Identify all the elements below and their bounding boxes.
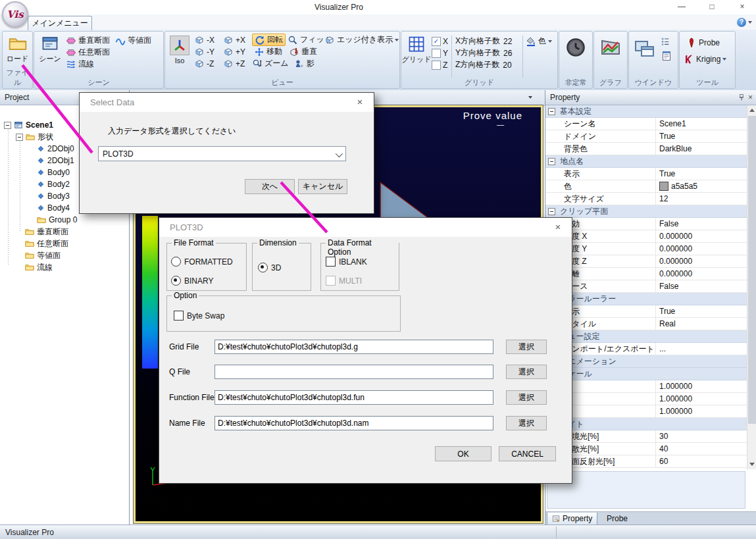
close-panel-icon[interactable]: × — [748, 90, 753, 105]
view-plus-y-button[interactable]: +Y — [223, 46, 245, 57]
property-scrollbar[interactable] — [747, 105, 756, 469]
property-row[interactable]: Z1.000000 — [545, 405, 747, 418]
zoom-button[interactable]: ズーム — [252, 58, 289, 69]
collapse-icon[interactable] — [4, 122, 11, 129]
vertical-section-button[interactable]: 垂直断面 — [66, 35, 110, 46]
name-file-select-button[interactable]: 選択 — [506, 416, 547, 430]
property-row[interactable]: 拡散光[%]40 — [545, 443, 747, 455]
name-file-input[interactable] — [214, 416, 493, 430]
shadow-button[interactable]: 影 — [294, 58, 315, 69]
property-row[interactable]: 表示True — [545, 168, 747, 180]
property-row[interactable]: 角度 X0.000000 — [545, 230, 747, 243]
tree-item-group0[interactable]: Group 0 — [37, 214, 77, 226]
close-icon[interactable]: × — [552, 221, 564, 232]
property-value[interactable]: Real — [655, 318, 747, 330]
property-row[interactable]: スタイルReal — [545, 318, 747, 330]
property-row[interactable]: ドメインTrue — [545, 130, 747, 143]
property-row[interactable]: パースFalse — [545, 280, 747, 293]
next-button[interactable]: 次へ — [245, 179, 295, 194]
scrollbar-thumb[interactable] — [748, 116, 756, 424]
scroll-down-icon[interactable] — [749, 463, 755, 466]
cancel-button[interactable]: キャンセル — [298, 179, 347, 194]
property-value[interactable]: 0.000000 — [655, 268, 747, 280]
collapse-icon[interactable] — [548, 208, 555, 215]
view-minus-z-button[interactable]: -Z — [194, 58, 214, 69]
property-row[interactable]: 文字サイズ12 — [545, 193, 747, 205]
cancel-button[interactable]: CANCEL — [499, 446, 556, 461]
ok-button[interactable]: OK — [435, 446, 491, 461]
property-value[interactable]: Scene1 — [655, 118, 747, 130]
tree-item-2dobj1[interactable]: 2DObj1 — [37, 155, 74, 167]
graph-button[interactable] — [600, 37, 621, 58]
property-row[interactable]: 角度 Z0.000000 — [545, 255, 747, 268]
grid-z-checkbox[interactable]: Z — [432, 59, 447, 70]
property-value[interactable]: 1.000000 — [655, 380, 747, 392]
streamline-button[interactable]: 流線 — [66, 59, 94, 70]
property-value[interactable]: True — [655, 305, 747, 317]
grid-file-input[interactable] — [214, 340, 493, 354]
property-value[interactable]: 12 — [655, 193, 747, 205]
view-plus-z-button[interactable]: +Z — [223, 58, 245, 69]
property-value[interactable]: 1.000000 — [655, 405, 747, 417]
vertical-view-button[interactable]: 垂直 — [289, 46, 317, 57]
property-value[interactable]: True — [655, 168, 747, 180]
property-section[interactable]: 地点名 — [545, 155, 747, 168]
property-value[interactable]: True — [655, 130, 747, 142]
grid-file-select-button[interactable]: 選択 — [506, 340, 547, 354]
property-value[interactable]: 0.000000 — [655, 230, 747, 242]
grid-count-z[interactable]: Z方向格子数 20 — [455, 59, 512, 70]
color-button[interactable]: 色 — [526, 36, 552, 47]
rotate-button[interactable]: 回転 — [252, 34, 286, 46]
tab-probe[interactable]: Probe — [602, 513, 632, 525]
collapse-icon[interactable] — [16, 134, 23, 141]
tree-item-body3[interactable]: Body3 — [37, 190, 70, 202]
property-section[interactable]: ビュー設定 — [545, 330, 747, 343]
window-document-button[interactable] — [661, 50, 672, 61]
tree-item-scene1[interactable]: Scene1 — [4, 119, 53, 131]
unsteady-button[interactable] — [565, 37, 586, 58]
isosurface-button[interactable]: 等値面 — [115, 35, 151, 46]
tree-item-arbitrary-section[interactable]: 任意断面 — [25, 238, 68, 249]
edges-display-button[interactable]: エッジ付き表示 — [324, 34, 399, 45]
property-value[interactable]: DarkBlue — [655, 143, 747, 155]
property-section[interactable]: アニメーション — [545, 355, 747, 368]
property-value[interactable]: False — [655, 218, 747, 230]
property-row[interactable]: 表示True — [545, 305, 747, 318]
binary-radio[interactable]: BINARY — [171, 276, 213, 286]
property-section[interactable]: 基本設定 — [545, 105, 747, 118]
grid-button[interactable]: グリッド — [403, 35, 430, 64]
tree-item-body2[interactable]: Body2 — [37, 178, 70, 190]
tree-item-isosurface[interactable]: 等値面 — [25, 249, 61, 261]
tab-main-menu[interactable]: メインメニュー — [28, 16, 92, 30]
grid-y-checkbox[interactable]: Y — [432, 47, 448, 59]
property-value[interactable]: 0.000000 — [655, 255, 747, 267]
property-row[interactable]: 距離0.000000 — [545, 268, 747, 280]
tree-item-streamline[interactable]: 流線 — [25, 261, 53, 273]
window-list-button[interactable] — [661, 36, 670, 47]
app-logo[interactable]: Vis — [2, 1, 28, 28]
grid-count-y-value[interactable]: 26 — [503, 49, 512, 58]
tree-item-body0[interactable]: Body0 — [37, 167, 70, 178]
iso-view-button[interactable]: Iso — [168, 36, 191, 64]
grid-count-x[interactable]: X方向格子数 22 — [455, 36, 512, 47]
data-format-combobox[interactable]: PLOT3D — [98, 146, 346, 161]
maximize-button[interactable]: □ — [699, 0, 725, 14]
grid-x-checkbox[interactable]: ✓X — [432, 36, 448, 47]
tab-list-dropdown-icon[interactable] — [528, 96, 532, 99]
grid-count-y[interactable]: Y方向格子数 26 — [455, 47, 512, 59]
property-row[interactable]: 環境光[%]30 — [545, 430, 747, 443]
property-value[interactable]: 60 — [655, 455, 747, 467]
help-button[interactable]: ? — [737, 18, 752, 27]
tab-property[interactable]: Property — [547, 513, 597, 525]
kriging-button[interactable]: Kriging — [684, 53, 726, 64]
byte-swap-checkbox[interactable]: Byte Swap — [174, 311, 224, 321]
dialog-title-bar[interactable]: PLOT3D × — [159, 218, 572, 237]
collapse-icon[interactable] — [548, 108, 555, 115]
property-row[interactable]: 角度 Y0.000000 — [545, 243, 747, 255]
function-file-select-button[interactable]: 選択 — [506, 390, 547, 405]
property-section[interactable]: ライト — [545, 418, 747, 430]
arbitrary-section-button[interactable]: 任意断面 — [66, 47, 110, 58]
property-value[interactable]: 40 — [655, 443, 747, 455]
collapse-icon[interactable] — [548, 158, 555, 165]
formatted-radio[interactable]: FORMATTED — [171, 257, 233, 267]
